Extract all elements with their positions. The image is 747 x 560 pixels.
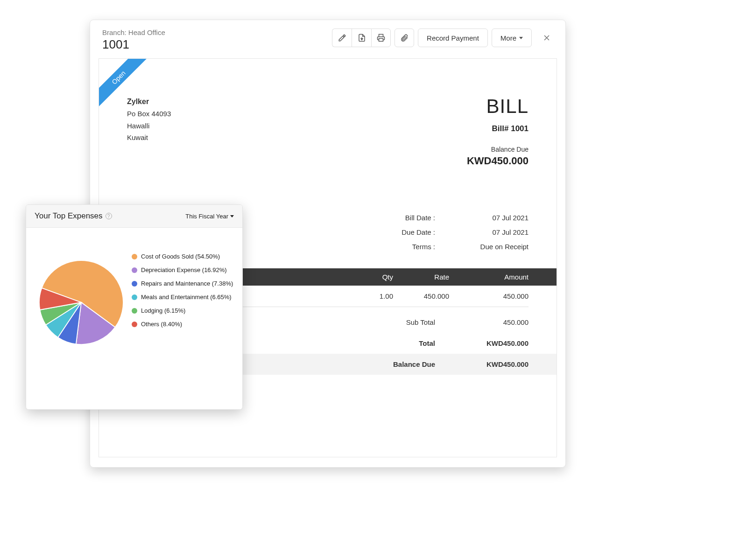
legend: Cost of Goods Sold (54.50%)Depreciation …	[132, 251, 234, 344]
pdf-icon	[358, 34, 366, 42]
bill-date-value: 07 Jul 2021	[463, 214, 529, 222]
legend-label: Others (8.40%)	[141, 321, 182, 328]
legend-item: Lodging (6.15%)	[132, 307, 234, 314]
branch-block: Branch: Head Office 1001	[102, 28, 165, 52]
balance-due-total-label: Balance Due	[370, 360, 454, 368]
record-payment-button[interactable]: Record Payment	[418, 28, 488, 47]
legend-item: Others (8.40%)	[132, 321, 234, 328]
cell-rate: 450.000	[393, 292, 449, 300]
meta-row-bill-date: Bill Date : 07 Jul 2021	[388, 214, 529, 222]
more-button[interactable]: More	[492, 28, 532, 47]
svg-rect-0	[379, 39, 383, 42]
close-button[interactable]	[540, 31, 553, 44]
print-button[interactable]	[371, 28, 391, 47]
close-icon	[542, 33, 551, 42]
legend-item: Cost of Goods Sold (54.50%)	[132, 253, 234, 260]
legend-swatch	[132, 267, 137, 273]
period-picker[interactable]: This Fiscal Year	[185, 213, 234, 220]
legend-item: Depreciation Expense (16.92%)	[132, 266, 234, 273]
company-line3: Kuwait	[127, 132, 171, 144]
status-badge: Open	[99, 59, 149, 108]
bill-date-label: Bill Date :	[388, 214, 435, 222]
expenses-title-text: Your Top Expenses	[35, 211, 103, 221]
total-label: Total	[370, 339, 454, 347]
action-icon-group	[332, 28, 391, 47]
bill-header: Branch: Head Office 1001	[90, 20, 565, 58]
edit-button[interactable]	[332, 28, 352, 47]
terms-label: Terms :	[388, 243, 435, 251]
col-header-amount: Amount	[449, 273, 529, 281]
paperclip-icon	[400, 34, 409, 42]
expenses-card: Your Top Expenses ? This Fiscal Year Cos…	[26, 204, 243, 410]
legend-swatch	[132, 322, 137, 327]
meta-row-due-date: Due Date : 07 Jul 2021	[388, 228, 529, 236]
document-title: BILL	[467, 95, 529, 118]
legend-item: Repairs and Maintenance (7.38%)	[132, 280, 234, 287]
company-line2: Hawalli	[127, 120, 171, 132]
bill-number: 1001	[102, 37, 165, 52]
branch-label: Branch: Head Office	[102, 28, 165, 36]
due-date-value: 07 Jul 2021	[463, 228, 529, 236]
header-actions: Record Payment More	[332, 28, 553, 47]
balance-due-label: Balance Due	[467, 146, 529, 153]
record-payment-label: Record Payment	[427, 34, 479, 42]
total-value: KWD450.000	[454, 339, 529, 347]
balance-due-total-value: KWD450.000	[454, 360, 529, 368]
printer-icon	[377, 34, 385, 42]
legend-item: Meals and Entertainment (6.65%)	[132, 294, 234, 301]
meta-row-terms: Terms : Due on Receipt	[388, 243, 529, 251]
due-date-label: Due Date :	[388, 228, 435, 236]
subtotal-value: 450.000	[454, 318, 529, 326]
col-header-rate: Rate	[393, 273, 449, 281]
legend-swatch	[132, 254, 137, 259]
legend-swatch	[132, 281, 137, 287]
cell-amount: 450.000	[449, 292, 529, 300]
subtotal-label: Sub Total	[370, 318, 454, 326]
expenses-title: Your Top Expenses ?	[35, 211, 112, 221]
chevron-down-icon	[230, 215, 234, 217]
expenses-body: Cost of Goods Sold (54.50%)Depreciation …	[26, 228, 242, 354]
legend-label: Depreciation Expense (16.92%)	[141, 266, 227, 273]
legend-swatch	[132, 308, 137, 314]
legend-label: Cost of Goods Sold (54.50%)	[141, 253, 220, 260]
legend-label: Lodging (6.15%)	[141, 307, 185, 314]
terms-value: Due on Receipt	[463, 243, 529, 251]
balance-due-amount: KWD450.000	[467, 155, 529, 167]
attach-button[interactable]	[395, 28, 414, 47]
more-label: More	[500, 34, 516, 42]
document-title-block: BILL Bill# 1001 Balance Due KWD450.000	[467, 95, 529, 167]
help-icon[interactable]: ?	[106, 213, 112, 219]
legend-swatch	[132, 294, 137, 300]
chevron-down-icon	[519, 37, 523, 39]
pencil-icon	[338, 34, 346, 42]
document-top: Zylker Po Box 44093 Hawalli Kuwait BILL …	[127, 95, 529, 167]
legend-label: Meals and Entertainment (6.65%)	[141, 294, 232, 301]
pdf-button[interactable]	[352, 28, 371, 47]
legend-label: Repairs and Maintenance (7.38%)	[141, 280, 233, 287]
status-ribbon: Open	[99, 59, 150, 110]
pie-chart	[39, 260, 123, 344]
document-number: Bill# 1001	[467, 124, 529, 133]
expenses-header: Your Top Expenses ? This Fiscal Year	[26, 205, 242, 228]
period-label: This Fiscal Year	[185, 213, 228, 220]
